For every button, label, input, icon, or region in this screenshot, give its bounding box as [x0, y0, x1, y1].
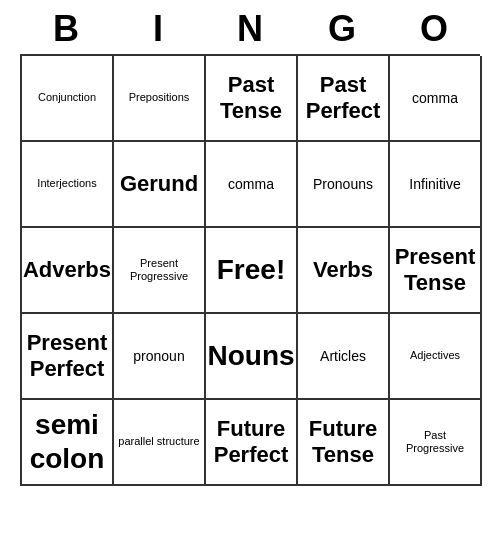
bingo-grid: ConjunctionPrepositionsPast TensePast Pe… [20, 54, 480, 486]
cell-text: Articles [320, 348, 366, 365]
cell-r3-c0: Present Perfect [22, 314, 114, 400]
cell-r0-c3: Past Perfect [298, 56, 390, 142]
cell-r2-c4: Present Tense [390, 228, 482, 314]
cell-text: Adverbs [23, 257, 111, 283]
cell-r2-c2: Free! [206, 228, 298, 314]
cell-text: Present Progressive [118, 257, 200, 283]
cell-text: Pronouns [313, 176, 373, 193]
cell-text: Prepositions [129, 91, 190, 104]
cell-r3-c3: Articles [298, 314, 390, 400]
bingo-letter: I [115, 8, 201, 50]
bingo-letter: N [207, 8, 293, 50]
cell-r4-c4: Past Progressive [390, 400, 482, 486]
cell-r3-c4: Adjectives [390, 314, 482, 400]
cell-r1-c1: Gerund [114, 142, 206, 228]
cell-text: Interjections [37, 177, 96, 190]
cell-r1-c2: comma [206, 142, 298, 228]
cell-text: Adjectives [410, 349, 460, 362]
cell-text: Past Progressive [394, 429, 476, 455]
cell-r3-c2: Nouns [206, 314, 298, 400]
cell-text: comma [412, 90, 458, 107]
cell-text: pronoun [133, 348, 184, 365]
bingo-letter: B [23, 8, 109, 50]
cell-text: Infinitive [409, 176, 460, 193]
cell-r1-c4: Infinitive [390, 142, 482, 228]
cell-text: parallel structure [118, 435, 199, 448]
cell-text: Future Perfect [210, 416, 292, 469]
cell-r3-c1: pronoun [114, 314, 206, 400]
cell-text: Past Perfect [302, 72, 384, 125]
cell-r2-c3: Verbs [298, 228, 390, 314]
cell-text: comma [228, 176, 274, 193]
cell-text: Gerund [120, 171, 198, 197]
cell-r0-c0: Conjunction [22, 56, 114, 142]
cell-text: Conjunction [38, 91, 96, 104]
bingo-header: BINGO [20, 0, 480, 54]
cell-r1-c0: Interjections [22, 142, 114, 228]
cell-text: Verbs [313, 257, 373, 283]
cell-text: semi colon [26, 408, 108, 475]
cell-r4-c3: Future Tense [298, 400, 390, 486]
cell-r0-c1: Prepositions [114, 56, 206, 142]
cell-text: Nouns [207, 339, 294, 373]
cell-r2-c1: Present Progressive [114, 228, 206, 314]
cell-text: Present Tense [394, 244, 476, 297]
cell-text: Present Perfect [26, 330, 108, 383]
cell-r1-c3: Pronouns [298, 142, 390, 228]
cell-r4-c0: semi colon [22, 400, 114, 486]
cell-r0-c4: comma [390, 56, 482, 142]
cell-r4-c2: Future Perfect [206, 400, 298, 486]
cell-text: Free! [217, 253, 285, 287]
cell-r0-c2: Past Tense [206, 56, 298, 142]
cell-text: Past Tense [210, 72, 292, 125]
cell-text: Future Tense [302, 416, 384, 469]
cell-r4-c1: parallel structure [114, 400, 206, 486]
bingo-letter: G [299, 8, 385, 50]
bingo-letter: O [391, 8, 477, 50]
cell-r2-c0: Adverbs [22, 228, 114, 314]
